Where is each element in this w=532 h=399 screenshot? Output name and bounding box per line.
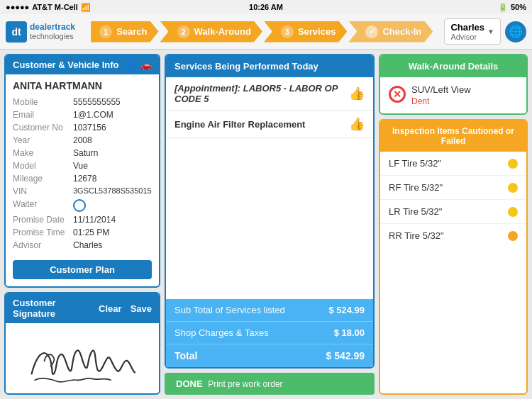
label-waiter: Waiter	[13, 199, 73, 212]
battery-icon: 🔋	[498, 3, 508, 12]
save-button[interactable]: Save	[131, 303, 152, 314]
value-model: Vue	[73, 161, 88, 171]
subtotal-amount: $ 524.99	[328, 305, 365, 315]
signal-dots: ●●●●●	[6, 3, 29, 11]
services-spacer	[166, 138, 373, 299]
value-year: 2008	[73, 135, 92, 145]
middle-column: Services Being Performed Today [Appointm…	[165, 54, 375, 395]
wizard-step-walkaround[interactable]: 2 Walk-Around	[160, 21, 262, 43]
dent-status: Dent	[411, 96, 471, 106]
value-vin: 3GSCL53788S535015	[73, 186, 152, 196]
done-bar: DONE Print pre work order	[165, 373, 375, 395]
step-num-search: 1	[99, 26, 112, 38]
info-row-model: Model Vue	[13, 159, 152, 172]
car-icon: 🚗	[140, 60, 152, 70]
inspection-header: Inspection Items Cautioned or Failed	[380, 120, 526, 152]
inspection-label-3: RR Tire 5/32"	[389, 230, 444, 241]
car-view-details: SUV/Left View Dent	[411, 84, 471, 106]
wizard-step-search[interactable]: 1 Search	[91, 21, 158, 43]
step-label-checkin: Check-In	[382, 26, 421, 37]
signature-actions: Clear Save	[99, 303, 152, 314]
logo-text: dealertrack technologies	[30, 22, 75, 42]
services-panel-header: Services Being Performed Today	[166, 55, 373, 77]
left-column: Customer & Vehicle Info 👤 🚗 ANITA HARTMA…	[4, 54, 160, 395]
walkaround-header: Walk-Around Details	[380, 55, 526, 77]
top-nav: dt dealertrack technologies 1 Search 2 W…	[0, 14, 532, 50]
label-model: Model	[13, 161, 73, 171]
logo-area: dt dealertrack technologies	[6, 21, 75, 43]
customer-panel-header: Customer & Vehicle Info 👤 🚗	[6, 55, 159, 74]
battery-level: 50%	[511, 3, 526, 11]
step-label-services: Services	[298, 26, 336, 37]
info-row-advisor: Advisor Charles	[13, 239, 152, 252]
globe-icon[interactable]: 🌐	[505, 21, 526, 43]
status-dot-2	[508, 207, 518, 217]
value-promise-time: 01:25 PM	[73, 227, 109, 237]
customer-panel-title: Customer & Vehicle Info	[13, 60, 119, 70]
signature-header: Customer Signature Clear Save	[6, 293, 159, 323]
inspection-label-1: RF Tire 5/32"	[389, 182, 443, 193]
customer-info-panel: Customer & Vehicle Info 👤 🚗 ANITA HARTMA…	[4, 54, 160, 288]
label-promise-time: Promise Time	[13, 227, 73, 237]
inspection-label-2: LR Tire 5/32"	[389, 206, 442, 217]
value-promise-date: 11/11/2014	[73, 215, 116, 225]
label-year: Year	[13, 135, 73, 145]
signature-panel: Customer Signature Clear Save	[4, 292, 160, 395]
wizard-step-services[interactable]: 3 Services	[264, 21, 348, 43]
info-row-custno: Customer No 1037156	[13, 121, 152, 134]
right-column: Walk-Around Details ✕ SUV/Left View Dent…	[379, 54, 528, 395]
done-button[interactable]: DONE Print pre work order	[165, 373, 375, 395]
clear-button[interactable]: Clear	[99, 303, 122, 314]
shop-charges-label: Shop Charges & Taxes	[174, 327, 269, 338]
header-icons: 👤 🚗	[125, 60, 152, 70]
info-row-year: Year 2008	[13, 134, 152, 147]
car-view-area: ✕ SUV/Left View Dent	[380, 77, 526, 113]
info-row-email: Email 1@1.COM	[13, 108, 152, 121]
step-label-walkaround: Walk-Around	[194, 26, 251, 37]
inspection-item-3: RR Tire 5/32"	[380, 224, 526, 247]
wizard-step-checkin[interactable]: ✓ Check-In	[348, 21, 433, 43]
label-advisor: Advisor	[13, 240, 73, 250]
services-panel: Services Being Performed Today [Appointm…	[165, 54, 375, 369]
wifi-icon: 📶	[81, 3, 91, 12]
user-role: Advisor	[450, 33, 484, 41]
signature-body[interactable]	[6, 323, 159, 395]
label-make: Make	[13, 148, 73, 158]
label-vin: VIN	[13, 186, 73, 196]
inspection-panel: Inspection Items Cautioned or Failed LF …	[379, 119, 528, 395]
inspection-item-0: LF Tire 5/32"	[380, 152, 526, 176]
status-dot-1	[508, 183, 518, 193]
thumbs-up-icon-1[interactable]: 👍	[349, 116, 365, 132]
chevron-down-icon: ▼	[487, 28, 494, 35]
service-label-1: Engine Air Filter Replacement	[174, 119, 305, 130]
info-row-mileage: Mileage 12678	[13, 172, 152, 185]
customer-plan-button[interactable]: Customer Plan	[13, 260, 152, 279]
inspection-item-1: RF Tire 5/32"	[380, 176, 526, 200]
info-row-mobile: Mobile 5555555555	[13, 96, 152, 108]
thumbs-up-icon-0[interactable]: 👍	[349, 86, 365, 101]
user-name: Charles	[450, 22, 484, 33]
shop-charges-row: Shop Charges & Taxes $ 18.00	[166, 322, 373, 344]
signature-drawing	[6, 323, 159, 395]
step-num-checkin: ✓	[365, 26, 378, 38]
clock: 10:26 AM	[249, 3, 283, 11]
signature-title: Customer Signature	[13, 298, 99, 319]
label-mobile: Mobile	[13, 97, 73, 107]
service-item-0: [Appointment]: LABOR5 - LABOR OP CODE 5 …	[166, 77, 373, 111]
logo-icon: dt	[6, 21, 27, 43]
step-num-walkaround: 2	[177, 26, 190, 38]
done-label: DONE	[176, 378, 203, 389]
subtotal-label: Sub Total of Services listed	[174, 305, 285, 315]
value-mileage: 12678	[73, 174, 96, 184]
step-label-search: Search	[116, 26, 147, 37]
user-dropdown[interactable]: Charles Advisor ▼	[444, 18, 501, 45]
waiter-checkbox[interactable]	[73, 199, 86, 212]
person-icon: 👤	[125, 60, 136, 70]
print-label: Print pre work order	[208, 379, 282, 389]
totals-area: Sub Total of Services listed $ 524.99 Sh…	[166, 299, 373, 367]
info-row-promise-date: Promise Date 11/11/2014	[13, 213, 152, 226]
status-dot-0	[508, 159, 518, 169]
value-mobile: 5555555555	[73, 97, 121, 107]
inspection-item-2: LR Tire 5/32"	[380, 200, 526, 224]
customer-name: ANITA HARTMANN	[6, 74, 159, 94]
